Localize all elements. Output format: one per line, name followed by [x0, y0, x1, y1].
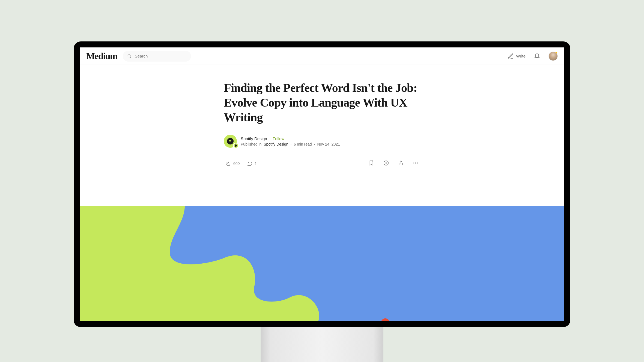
svg-point-0	[128, 55, 130, 57]
bookmark-button[interactable]	[368, 160, 374, 167]
avatar[interactable]: ✦	[548, 52, 558, 61]
publication-badge	[233, 143, 238, 148]
read-time: 6 min read	[294, 142, 312, 146]
share-icon	[398, 160, 404, 166]
engagement-bar: 600 1	[224, 156, 420, 171]
author-name[interactable]: Spotify Design	[241, 136, 267, 141]
bookmark-icon	[368, 160, 374, 166]
article: Finding the Perfect Word Isn't the Job: …	[224, 65, 420, 171]
listen-button[interactable]	[383, 160, 389, 167]
comment-icon	[247, 161, 253, 167]
more-icon	[413, 160, 419, 166]
more-button[interactable]	[413, 160, 419, 167]
clap-button[interactable]: 600	[225, 161, 240, 167]
medium-logo[interactable]: Medium	[86, 51, 117, 61]
search-icon	[127, 53, 132, 59]
monitor-stand	[261, 327, 383, 362]
share-button[interactable]	[398, 160, 404, 167]
write-label: Write	[516, 54, 526, 58]
author-avatar[interactable]	[224, 135, 237, 148]
byline: Spotify Design · Follow Published in Spo…	[224, 135, 420, 148]
comment-button[interactable]: 1	[247, 161, 257, 167]
write-icon	[507, 53, 514, 59]
play-circle-icon	[383, 160, 389, 166]
svg-point-5	[417, 162, 418, 164]
article-title: Finding the Perfect Word Isn't the Job: …	[224, 81, 420, 125]
search-box[interactable]	[123, 51, 191, 62]
follow-button[interactable]: Follow	[273, 136, 284, 141]
screen: Medium Write ✦ Finding the Perfect Word …	[80, 47, 564, 321]
write-button[interactable]: Write	[507, 53, 526, 59]
member-star-icon: ✦	[555, 51, 559, 55]
bell-icon	[534, 52, 540, 59]
svg-point-3	[413, 162, 415, 164]
publication-link[interactable]: Spotify Design	[264, 142, 288, 146]
spotify-icon	[227, 138, 234, 144]
published-in-label: Published in	[241, 142, 261, 146]
svg-line-1	[130, 57, 131, 58]
clap-icon	[225, 161, 231, 167]
notifications-button[interactable]	[534, 52, 540, 60]
comment-count: 1	[255, 161, 257, 166]
hero-illustration	[80, 206, 564, 321]
svg-point-4	[415, 162, 416, 164]
clap-count: 600	[233, 161, 240, 166]
publish-date: Nov 24, 2021	[317, 142, 340, 146]
search-input[interactable]	[135, 54, 187, 58]
header: Medium Write ✦	[80, 47, 564, 65]
monitor-frame: Medium Write ✦ Finding the Perfect Word …	[74, 41, 570, 327]
